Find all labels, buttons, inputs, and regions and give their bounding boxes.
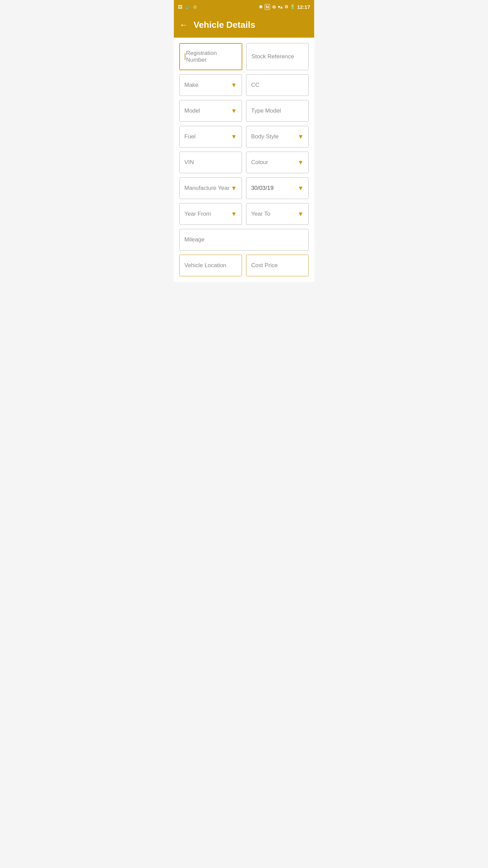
model-dropdown-icon: ▼ [231, 107, 237, 115]
vehicle-location-field[interactable]: Vehicle Location [179, 255, 242, 276]
nosim-icon: ☒ [285, 5, 288, 9]
make-dropdown-icon: ▼ [231, 82, 237, 89]
row-mileage: Mileage [179, 229, 309, 251]
back-button[interactable]: ← [179, 20, 188, 30]
type-model-placeholder: Type Model [251, 107, 281, 114]
registration-number-placeholder: Registration Number [186, 50, 237, 63]
stock-reference-placeholder: Stock Reference [251, 53, 294, 60]
form-container: Registration Number Stock Reference Make… [174, 38, 314, 282]
stock-reference-field[interactable]: Stock Reference [246, 43, 309, 70]
photo-icon: 🖼 [178, 4, 182, 9]
date-field[interactable]: 30/03/19 ▼ [246, 177, 309, 199]
fuel-label: Fuel [184, 133, 196, 140]
row-fuel-bodystyle: Fuel ▼ Body Style ▼ [179, 126, 309, 147]
year-to-dropdown-icon: ▼ [298, 211, 304, 218]
row-manufacture-date: Manufacture Year ▼ 30/03/19 ▼ [179, 177, 309, 199]
make-label: Make [184, 82, 199, 88]
fuel-field[interactable]: Fuel ▼ [179, 126, 242, 147]
colour-dropdown-icon: ▼ [298, 159, 304, 166]
row-vin-colour: VIN Colour ▼ [179, 152, 309, 173]
cc-field[interactable]: CC [246, 74, 309, 96]
usb-icon: ⚓ [185, 4, 190, 9]
registration-number-field[interactable]: Registration Number [179, 43, 242, 70]
vehicle-location-placeholder: Vehicle Location [184, 262, 226, 269]
header: ← Vehicle Details [174, 14, 314, 38]
status-right-icons: ✱ N ⊖ ▾▴ ☒ 🔋 12:17 [259, 4, 310, 10]
year-to-field[interactable]: Year To ▼ [246, 203, 309, 225]
sync-icon: ⊙ [193, 4, 197, 9]
body-style-dropdown-icon: ▼ [298, 133, 304, 140]
type-model-field[interactable]: Type Model [246, 100, 309, 122]
bluetooth-icon: ✱ [259, 4, 263, 9]
status-left-icons: 🖼 ⚓ ⊙ [178, 4, 197, 9]
date-label: 30/03/19 [251, 185, 273, 192]
row-location-costprice: Vehicle Location Cost Price [179, 255, 309, 276]
row-model-typemodel: Model ▼ Type Model [179, 100, 309, 122]
model-field[interactable]: Model ▼ [179, 100, 242, 122]
make-field[interactable]: Make ▼ [179, 74, 242, 96]
colour-label: Colour [251, 159, 268, 166]
row-registration-stock: Registration Number Stock Reference [179, 43, 309, 70]
year-from-field[interactable]: Year From ▼ [179, 203, 242, 225]
vin-field[interactable]: VIN [179, 152, 242, 173]
manufacture-year-label: Manufacture Year [184, 185, 229, 192]
cost-price-placeholder: Cost Price [251, 262, 278, 269]
page-title: Vehicle Details [194, 20, 255, 30]
cost-price-field[interactable]: Cost Price [246, 255, 309, 276]
model-label: Model [184, 107, 200, 114]
nfc-icon: N [265, 4, 270, 10]
manufacture-year-field[interactable]: Manufacture Year ▼ [179, 177, 242, 199]
battery-icon: 🔋 [290, 4, 295, 9]
year-from-dropdown-icon: ▼ [231, 211, 237, 218]
row-year-from-to: Year From ▼ Year To ▼ [179, 203, 309, 225]
vin-placeholder: VIN [184, 159, 194, 166]
mileage-placeholder: Mileage [184, 236, 205, 243]
mileage-field[interactable]: Mileage [179, 229, 309, 251]
year-to-label: Year To [251, 211, 270, 217]
body-style-label: Body Style [251, 133, 279, 140]
status-bar: 🖼 ⚓ ⊙ ✱ N ⊖ ▾▴ ☒ 🔋 12:17 [174, 0, 314, 14]
manufacture-year-dropdown-icon: ▼ [231, 185, 237, 192]
year-from-label: Year From [184, 211, 211, 217]
body-style-field[interactable]: Body Style ▼ [246, 126, 309, 147]
dnd-icon: ⊖ [272, 4, 276, 9]
date-dropdown-icon: ▼ [298, 185, 304, 192]
fuel-dropdown-icon: ▼ [231, 133, 237, 140]
cursor [185, 53, 185, 60]
colour-field[interactable]: Colour ▼ [246, 152, 309, 173]
cc-placeholder: CC [251, 82, 260, 88]
clock: 12:17 [297, 4, 310, 10]
row-make-cc: Make ▼ CC [179, 74, 309, 96]
wifi-icon: ▾▴ [278, 4, 283, 9]
